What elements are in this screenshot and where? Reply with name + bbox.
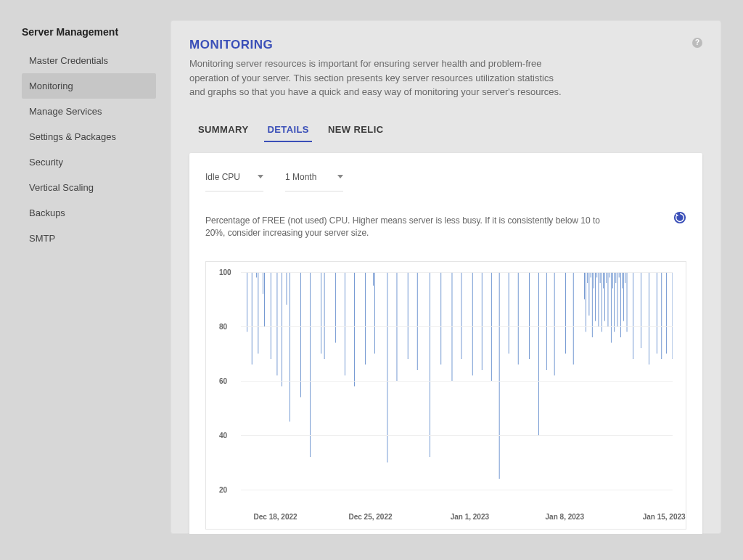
- sidebar-item-vertical-scaling[interactable]: Vertical Scaling: [22, 175, 156, 200]
- y-axis-label: 80: [219, 323, 227, 331]
- y-axis-label: 60: [219, 377, 227, 385]
- gridline: [241, 326, 673, 327]
- y-axis-label: 40: [219, 432, 227, 440]
- refresh-icon[interactable]: [673, 211, 686, 224]
- gridline: [241, 435, 673, 436]
- y-axis-label: 100: [219, 268, 231, 276]
- sidebar-item-settings-packages[interactable]: Settings & Packages: [22, 124, 156, 149]
- details-card: Idle CPU 1 Month Percentage of FREE (not…: [189, 153, 702, 535]
- sidebar-item-security[interactable]: Security: [22, 149, 156, 175]
- sidebar-item-backups[interactable]: Backups: [22, 200, 156, 226]
- x-axis-label: Jan 15, 2023: [643, 513, 686, 521]
- range-dropdown-label: 1 Month: [285, 172, 316, 182]
- idle-cpu-chart: 10080604020 Dec 18, 2022Dec 25, 2022Jan …: [205, 261, 686, 530]
- help-icon[interactable]: ?: [692, 38, 702, 48]
- range-dropdown[interactable]: 1 Month: [285, 169, 343, 192]
- tabs: SUMMARYDETAILSNEW RELIC: [189, 120, 702, 143]
- tab-summary[interactable]: SUMMARY: [198, 120, 248, 142]
- metric-dropdown[interactable]: Idle CPU: [205, 169, 263, 192]
- sidebar-item-manage-services[interactable]: Manage Services: [22, 99, 156, 124]
- x-axis-label: Jan 1, 2023: [451, 513, 489, 521]
- gridline: [241, 381, 673, 382]
- gridline: [241, 272, 673, 273]
- gridline: [241, 490, 673, 490]
- tab-new-relic[interactable]: NEW RELIC: [328, 120, 384, 142]
- sidebar-item-monitoring[interactable]: Monitoring: [22, 73, 156, 99]
- x-axis-label: Dec 18, 2022: [254, 513, 297, 521]
- x-axis-label: Jan 8, 2023: [546, 513, 584, 521]
- chevron-down-icon: [337, 175, 343, 178]
- sidebar: Server Management Master CredentialsMoni…: [22, 20, 156, 560]
- sidebar-item-smtp[interactable]: SMTP: [22, 226, 156, 251]
- x-axis-label: Dec 25, 2022: [348, 513, 392, 521]
- page-description: Monitoring server resources is important…: [189, 57, 567, 99]
- page-title: MONITORING: [189, 38, 702, 52]
- chevron-down-icon: [258, 175, 263, 178]
- sidebar-title: Server Management: [22, 20, 156, 48]
- y-axis-label: 20: [219, 486, 227, 494]
- metric-dropdown-label: Idle CPU: [205, 172, 240, 182]
- sidebar-item-master-credentials[interactable]: Master Credentials: [22, 48, 156, 73]
- metric-description: Percentage of FREE (not used) CPU. Highe…: [205, 215, 612, 240]
- tab-details[interactable]: DETAILS: [267, 120, 308, 142]
- main-panel: MONITORING Monitoring server resources i…: [171, 20, 721, 534]
